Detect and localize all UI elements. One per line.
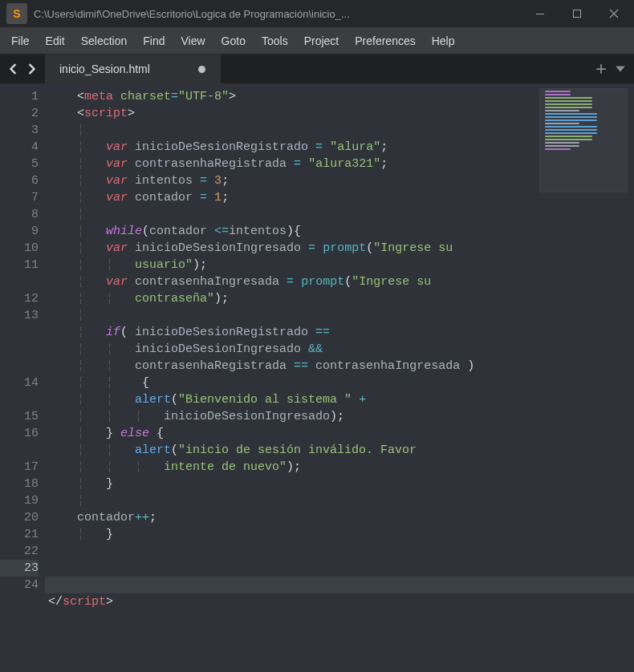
line-number: 5 <box>0 156 39 172</box>
tab-label: inicio_Sesion.html <box>59 63 150 75</box>
code-line: ¦ ¦ inicioDeSesionIngresado && <box>45 341 634 358</box>
menu-view[interactable]: View <box>173 30 213 52</box>
line-number: 6 <box>0 172 39 189</box>
code-line: ¦ ¦ alert("inicio de sesión inválido. Fa… <box>45 442 634 459</box>
tab-tools <box>595 55 626 83</box>
line-number: 1 <box>0 88 39 105</box>
tab-dirty-indicator-icon <box>198 66 205 73</box>
menu-preferences[interactable]: Preferences <box>347 30 423 52</box>
code-line <box>45 560 634 577</box>
code-line <box>45 543 634 560</box>
svg-rect-1 <box>574 10 581 18</box>
tab-back-icon[interactable] <box>8 63 19 75</box>
code-line: ¦ if( inicioDeSesionRegistrado == <box>45 324 634 341</box>
code-line: </script> <box>45 593 634 610</box>
tab-bar: inicio_Sesion.html <box>0 55 634 83</box>
maximize-button[interactable] <box>559 0 595 27</box>
tab-nav-arrows <box>0 55 45 83</box>
line-number: 19 <box>0 492 39 509</box>
window-title: C:\Users\dimif\OneDrive\Escritorio\Logic… <box>34 8 522 20</box>
code-line: contador++; <box>45 509 634 526</box>
line-number: 17 <box>0 459 39 476</box>
line-number: 16 <box>0 425 39 459</box>
code-line: ¦ var inicioDeSesionIngresado = prompt("… <box>45 240 634 257</box>
line-number: 18 <box>0 476 39 492</box>
code-line: ¦ ¦ ¦ intente de nuevo"); <box>45 459 634 476</box>
editor[interactable]: 1 2 3 4 5 6 7 8 9 10 11 12 13 14 15 16 1… <box>0 83 634 672</box>
line-number: 8 <box>0 206 39 223</box>
code-line: ¦ <box>45 307 634 324</box>
code-line: ¦ ¦ { <box>45 374 634 391</box>
menu-edit[interactable]: Edit <box>38 30 73 52</box>
minimize-button[interactable] <box>522 0 559 27</box>
minimap[interactable] <box>539 88 628 192</box>
menu-goto[interactable]: Goto <box>213 30 254 52</box>
new-tab-icon[interactable] <box>595 63 607 75</box>
menu-file[interactable]: File <box>3 30 38 52</box>
app-icon: S <box>6 3 27 24</box>
code-line: ¦ var contrasenhaIngresada = prompt("Ing… <box>45 273 634 290</box>
code-line: ¦ ¦ alert("Bienvenido al sistema " + <box>45 391 634 408</box>
svg-rect-0 <box>536 14 544 14</box>
line-number: 22 <box>0 543 39 560</box>
line-number: 23 <box>0 560 39 577</box>
tab-dropdown-icon[interactable] <box>615 63 626 75</box>
line-number: 3 <box>0 122 39 139</box>
line-number: 12 <box>0 290 39 307</box>
menu-bar: File Edit Selection Find View Goto Tools… <box>0 27 634 55</box>
menu-project[interactable]: Project <box>296 30 347 52</box>
title-bar: S C:\Users\dimif\OneDrive\Escritorio\Log… <box>0 0 634 27</box>
menu-selection[interactable]: Selection <box>73 30 136 52</box>
code-line: ¦ ¦ usuario"); <box>45 257 634 273</box>
window-controls <box>522 0 632 27</box>
line-number: 20 <box>0 509 39 526</box>
code-line: ¦ ¦ contraseña"); <box>45 290 634 307</box>
code-line: ¦ } <box>45 476 634 492</box>
code-line: ¦ <box>45 206 634 223</box>
line-number: 15 <box>0 408 39 425</box>
line-number: 11 <box>0 257 39 290</box>
line-number: 9 <box>0 223 39 240</box>
tab-forward-icon[interactable] <box>26 63 37 75</box>
code-line: ¦ } <box>45 526 634 543</box>
menu-find[interactable]: Find <box>135 30 173 52</box>
minimap-viewport[interactable] <box>540 89 627 192</box>
close-button[interactable] <box>595 0 632 27</box>
code-line: ¦ ¦ contrasenhaRegistrada == contrasenha… <box>45 358 634 374</box>
line-number: 10 <box>0 240 39 257</box>
menu-tools[interactable]: Tools <box>254 30 296 52</box>
gutter: 1 2 3 4 5 6 7 8 9 10 11 12 13 14 15 16 1… <box>0 83 45 672</box>
line-number: 14 <box>0 374 39 408</box>
line-number: 21 <box>0 526 39 543</box>
code-line: ¦ <box>45 492 634 509</box>
tab-active[interactable]: inicio_Sesion.html <box>45 55 221 83</box>
line-number: 4 <box>0 139 39 156</box>
menu-help[interactable]: Help <box>424 30 463 52</box>
code-line: ¦ ¦ ¦ inicioDeSesionIngresado); <box>45 408 634 425</box>
line-number: 7 <box>0 189 39 206</box>
line-number: 24 <box>0 577 39 593</box>
code-line: ¦ } else { <box>45 425 634 442</box>
code-line <box>45 577 634 593</box>
code-line: ¦ while(contador <=intentos){ <box>45 223 634 240</box>
line-number: 13 <box>0 307 39 374</box>
line-number: 2 <box>0 105 39 122</box>
